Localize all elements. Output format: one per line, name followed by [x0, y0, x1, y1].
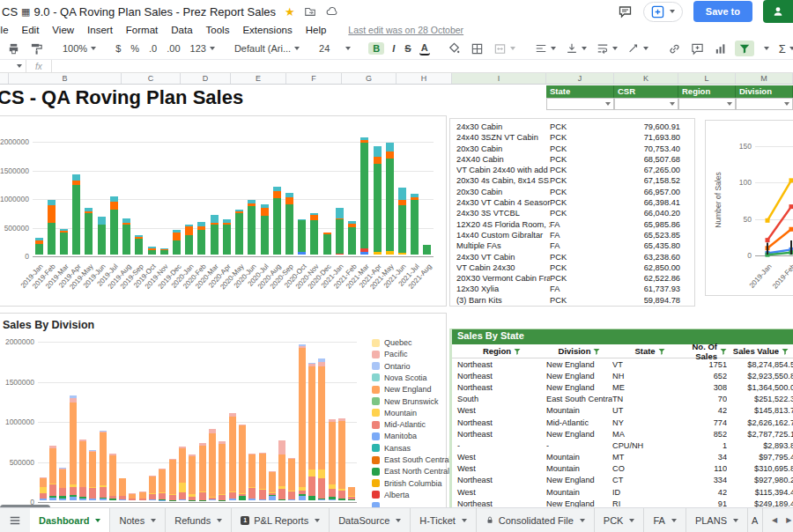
- bar-segment-series-teal: [98, 217, 106, 224]
- column-header-B[interactable]: B: [9, 73, 122, 84]
- tab-scroll-left-icon[interactable]: ◀: [772, 516, 777, 524]
- filter-dropdown-region[interactable]: [678, 98, 736, 110]
- tab-plans[interactable]: PLANS: [686, 508, 748, 532]
- tab-refunds[interactable]: Refunds: [166, 508, 232, 532]
- state-col-header[interactable]: Sales Value: [727, 346, 793, 356]
- tab-pck[interactable]: PCK: [595, 508, 645, 532]
- filter-funnel-icon[interactable]: [514, 348, 521, 355]
- state-col-header[interactable]: Region: [452, 346, 546, 356]
- zoom-select[interactable]: 100%: [61, 42, 98, 55]
- text-wrap-icon[interactable]: [595, 41, 619, 55]
- menu-data[interactable]: Data: [171, 25, 192, 35]
- sales-by-state-table[interactable]: Sales By State RegionDivisionStateNo. Of…: [449, 329, 793, 510]
- filter-dropdown-state[interactable]: [546, 98, 614, 110]
- filter-funnel-icon[interactable]: [593, 348, 600, 355]
- vertical-align-icon[interactable]: [564, 41, 589, 55]
- menu-view[interactable]: View: [52, 25, 74, 35]
- column-header-D[interactable]: D: [181, 73, 231, 84]
- horizontal-align-icon[interactable]: [533, 41, 558, 55]
- text-rotation-icon[interactable]: [626, 41, 650, 55]
- functions-icon[interactable]: Σ: [777, 41, 793, 56]
- filter-views-icon[interactable]: [760, 46, 771, 51]
- print-icon[interactable]: [5, 41, 22, 56]
- top-items-table[interactable]: 24x30 CabinPCK79,600.9124x40 3SZN VT Cab…: [449, 118, 695, 307]
- paint-format-icon[interactable]: [28, 41, 45, 56]
- menu-edit[interactable]: Edit: [22, 25, 40, 35]
- state-col-header[interactable]: Division: [546, 346, 612, 356]
- cloud-status-icon[interactable]: [325, 5, 338, 18]
- filter-funnel-icon[interactable]: [720, 348, 727, 355]
- sheet-area[interactable]: CS - QA Roving Plan Sales StateCSRRegion…: [0, 85, 793, 510]
- bold-button[interactable]: B: [368, 42, 384, 55]
- state-col-header[interactable]: No. Of Sales: [687, 342, 727, 361]
- insert-link-icon[interactable]: [666, 41, 683, 56]
- column-header-F[interactable]: F: [286, 73, 342, 84]
- column-header-H[interactable]: H: [396, 73, 452, 84]
- filter-funnel-icon[interactable]: [658, 348, 665, 355]
- tab-fa[interactable]: FA: [644, 508, 686, 532]
- text-color-button[interactable]: A: [419, 42, 430, 55]
- document-title[interactable]: CS ▦ 9.0 - QA Roving Plan Sales - Prez R…: [2, 5, 276, 18]
- italic-button[interactable]: I: [390, 42, 396, 55]
- strikethrough-button[interactable]: S: [403, 42, 412, 55]
- font-family-select[interactable]: Default (Ari...: [233, 42, 301, 55]
- merge-cells-icon[interactable]: [492, 41, 517, 56]
- sales-by-division-chart[interactable]: Sales By Division05000001000000150000020…: [0, 313, 447, 510]
- number-of-sales-line-chart[interactable]: 050100150Number of Sales2019-Jan2019-Feb: [705, 120, 793, 296]
- menu-insert[interactable]: Insert: [87, 25, 113, 35]
- name-box[interactable]: [0, 60, 26, 72]
- tab-scroll-arrows[interactable]: ◀ ▶: [763, 508, 791, 532]
- tab-notes[interactable]: Notes: [110, 508, 166, 532]
- fill-color-icon[interactable]: [446, 41, 463, 56]
- format-percent-button[interactable]: %: [129, 42, 141, 55]
- column-header-I[interactable]: I: [452, 73, 546, 84]
- all-sheets-menu-icon[interactable]: [0, 508, 30, 532]
- menu-format[interactable]: Format: [126, 25, 158, 35]
- column-header-G[interactable]: G: [342, 73, 396, 84]
- insert-comment-icon[interactable]: [689, 41, 706, 56]
- tab-p-l-reports[interactable]: 1P&L Reports: [232, 508, 330, 532]
- save-to-button[interactable]: Save to: [693, 1, 752, 22]
- menu-file[interactable]: File: [0, 25, 9, 35]
- filter-icon[interactable]: [735, 41, 754, 56]
- insert-chart-icon[interactable]: [712, 41, 729, 56]
- tab-datasource[interactable]: DataSource: [330, 508, 411, 532]
- state-col-header[interactable]: State: [612, 346, 687, 356]
- menu-extensions[interactable]: Extensions: [242, 25, 292, 35]
- menu-tools[interactable]: Tools: [206, 25, 230, 35]
- tab-a[interactable]: A: [748, 508, 763, 532]
- decrease-decimals-button[interactable]: .0: [147, 42, 159, 55]
- column-header-J[interactable]: J: [546, 73, 614, 84]
- tab-h-ticket[interactable]: H-Ticket: [411, 508, 477, 532]
- move-folder-icon[interactable]: [304, 5, 316, 18]
- column-header-L[interactable]: L: [678, 73, 736, 84]
- chevron-down-icon: [733, 519, 738, 522]
- comment-history-icon[interactable]: [618, 4, 633, 18]
- last-edit-link[interactable]: Last edit was on 28 October: [348, 25, 463, 35]
- column-header-C[interactable]: C: [122, 73, 181, 84]
- bar-segment-mid-atlantic: [89, 488, 96, 499]
- filter-dropdown-csr[interactable]: [614, 98, 678, 110]
- bar-segment-manitoba: [299, 496, 306, 500]
- column-header-M[interactable]: M: [736, 73, 793, 84]
- state-cell: 308: [687, 383, 727, 392]
- tab-scroll-right-icon[interactable]: ▶: [786, 516, 791, 524]
- column-header-E[interactable]: E: [231, 73, 286, 84]
- column-header-K[interactable]: K: [614, 73, 678, 84]
- more-formats-button[interactable]: 123: [189, 42, 217, 55]
- share-button[interactable]: [763, 0, 793, 23]
- state-cell: NY: [612, 418, 687, 427]
- filter-dropdown-division[interactable]: [736, 98, 793, 110]
- meet-presentation-button[interactable]: [643, 2, 683, 22]
- filter-funnel-icon[interactable]: [782, 348, 789, 355]
- star-icon[interactable]: ★: [285, 5, 295, 18]
- font-size-select[interactable]: 24: [317, 42, 352, 55]
- increase-decimals-button[interactable]: .00: [165, 42, 182, 55]
- menu-help[interactable]: Help: [306, 25, 327, 35]
- borders-icon[interactable]: [469, 41, 485, 56]
- monthly-sales-stacked-chart[interactable]: 05000001000000150000020000002019-Jan2019…: [0, 115, 447, 307]
- stacked-bar: [129, 493, 136, 500]
- tab-dashboard[interactable]: Dashboard: [30, 508, 110, 532]
- format-currency-button[interactable]: $: [114, 42, 122, 55]
- tab-consolidated-file[interactable]: Consolidated File: [477, 508, 595, 532]
